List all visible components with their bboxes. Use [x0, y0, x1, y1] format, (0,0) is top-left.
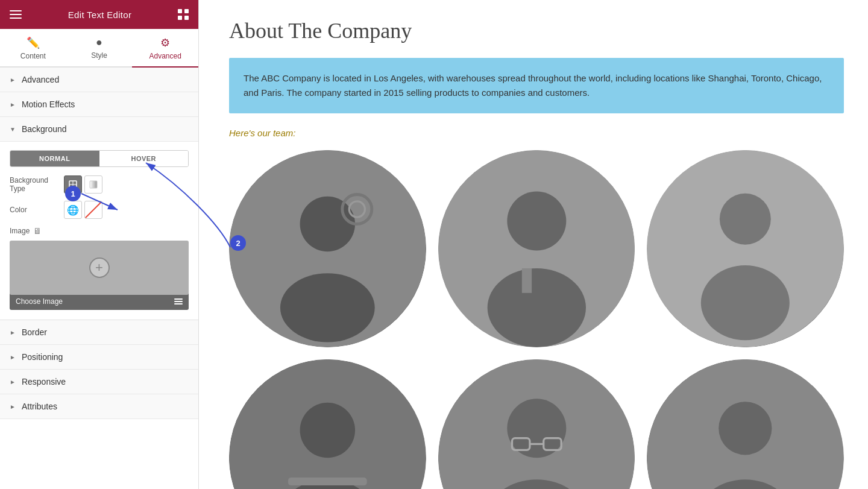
team-photo-5-svg: [438, 359, 635, 489]
section-advanced[interactable]: ► Advanced: [0, 68, 198, 92]
description-text: The ABC Company is located in Los Angele…: [244, 71, 829, 100]
svg-point-28: [507, 399, 566, 458]
toggle-hover[interactable]: HOVER: [99, 151, 189, 166]
label-border: Border: [22, 327, 47, 337]
plus-circle: +: [89, 257, 110, 278]
team-photo-6: [647, 359, 844, 489]
page-title: About The Company: [229, 18, 844, 43]
svg-rect-3: [184, 16, 189, 20]
color-slash-btn[interactable]: [84, 201, 102, 219]
style-icon: ●: [96, 36, 102, 49]
background-section: ▼ Background NORMAL HOVER Background Typ…: [0, 117, 198, 320]
arrow-attributes: ►: [10, 403, 16, 410]
team-photo-5: [438, 359, 635, 489]
image-upload-wrapper: + Choose Image: [10, 241, 189, 310]
label-attributes: Attributes: [22, 402, 57, 411]
arrow-background: ▼: [10, 126, 16, 133]
panel-title: Edit Text Editor: [68, 10, 131, 20]
bg-header[interactable]: ▼ Background: [0, 117, 198, 142]
team-photo-4-inner: [229, 359, 426, 489]
svg-rect-19: [521, 268, 531, 293]
panel-content: ► Advanced ► Motion Effects ▼ Background…: [0, 68, 198, 489]
label-background: Background: [22, 124, 67, 134]
color-label: Color: [10, 206, 64, 214]
section-positioning[interactable]: ► Positioning: [0, 345, 198, 370]
team-grid: [229, 150, 844, 489]
arrow-border: ►: [10, 329, 16, 336]
label-positioning: Positioning: [22, 352, 63, 362]
label-motion: Motion Effects: [22, 99, 75, 109]
team-photo-3-inner: [647, 150, 844, 347]
svg-point-12: [300, 197, 355, 251]
toggle-normal[interactable]: NORMAL: [10, 151, 99, 166]
svg-point-34: [719, 402, 772, 455]
svg-rect-1: [184, 9, 189, 13]
team-photo-4-svg: [229, 359, 426, 489]
choose-image-bar[interactable]: Choose Image: [10, 293, 189, 310]
team-photo-1: [229, 150, 426, 347]
bg-type-gradient-btn[interactable]: [84, 175, 102, 194]
team-photo-1-inner: [229, 150, 426, 347]
svg-rect-0: [178, 9, 182, 13]
team-photo-3: [647, 150, 844, 347]
normal-hover-toggle[interactable]: NORMAL HOVER: [10, 150, 189, 167]
image-label-text: Image: [10, 227, 30, 235]
left-panel: Edit Text Editor ✏️ Content ● Style ⚙ Ad…: [0, 0, 199, 489]
team-photo-3-svg: [647, 150, 844, 347]
bg-body: NORMAL HOVER Background Type: [0, 142, 198, 320]
team-photo-6-svg: [647, 359, 844, 489]
svg-point-22: [701, 265, 790, 340]
svg-point-17: [507, 192, 566, 251]
tabs-bar: ✏️ Content ● Style ⚙ Advanced: [0, 29, 198, 68]
team-photo-5-inner: [438, 359, 635, 489]
arrow-positioning: ►: [10, 354, 16, 361]
bg-type-controls: [64, 175, 102, 194]
section-border[interactable]: ► Border: [0, 320, 198, 345]
svg-rect-26: [288, 478, 367, 485]
arrow-advanced: ►: [10, 77, 16, 83]
image-upload-area[interactable]: +: [10, 241, 189, 295]
arrow-2-svg: [194, 115, 254, 247]
arrow-motion: ►: [10, 101, 16, 108]
team-photo-2-svg: [438, 150, 635, 347]
team-photo-6-inner: [647, 359, 844, 489]
team-photo-4: [229, 359, 426, 489]
choose-image-label: Choose Image: [16, 297, 63, 306]
svg-rect-2: [178, 16, 182, 20]
grid-icon[interactable]: [178, 9, 189, 20]
background-type-row: Background Type: [10, 175, 189, 194]
content-icon: ✏️: [27, 36, 40, 49]
svg-point-13: [280, 273, 375, 342]
arrow-responsive: ►: [10, 379, 16, 385]
image-label-row: Image 🖥: [10, 226, 189, 236]
color-row: Color 🌐: [10, 201, 189, 219]
label-advanced: Advanced: [22, 75, 59, 84]
badge-2-container: 2: [230, 235, 246, 251]
bars-icon: [174, 298, 183, 304]
section-attributes[interactable]: ► Attributes: [0, 394, 198, 419]
monitor-icon: 🖥: [33, 226, 42, 236]
label-responsive: Responsive: [22, 377, 66, 386]
color-globe-btn[interactable]: 🌐: [64, 201, 82, 219]
tab-style[interactable]: ● Style: [66, 29, 133, 68]
advanced-icon: ⚙: [160, 36, 170, 49]
svg-point-24: [300, 403, 355, 458]
team-label: Here's our team:: [229, 128, 844, 138]
description-box: The ABC Company is located in Los Angele…: [229, 58, 844, 113]
panel-header: Edit Text Editor: [0, 0, 198, 29]
tab-advanced[interactable]: ⚙ Advanced: [132, 29, 198, 68]
bg-type-label: Background Type: [10, 176, 64, 193]
bg-type-classic-btn[interactable]: [64, 175, 82, 194]
section-responsive[interactable]: ► Responsive: [0, 370, 198, 394]
svg-point-18: [487, 268, 585, 347]
section-motion-effects[interactable]: ► Motion Effects: [0, 92, 198, 117]
right-content: About The Company The ABC Company is loc…: [199, 0, 868, 489]
team-photo-2: [438, 150, 635, 347]
svg-rect-7: [90, 181, 97, 188]
team-photo-1-svg: [229, 150, 426, 347]
svg-point-21: [720, 194, 771, 245]
color-controls: 🌐: [64, 201, 102, 219]
team-photo-2-inner: [438, 150, 635, 347]
hamburger-icon[interactable]: [10, 10, 22, 19]
tab-content[interactable]: ✏️ Content: [0, 29, 66, 68]
